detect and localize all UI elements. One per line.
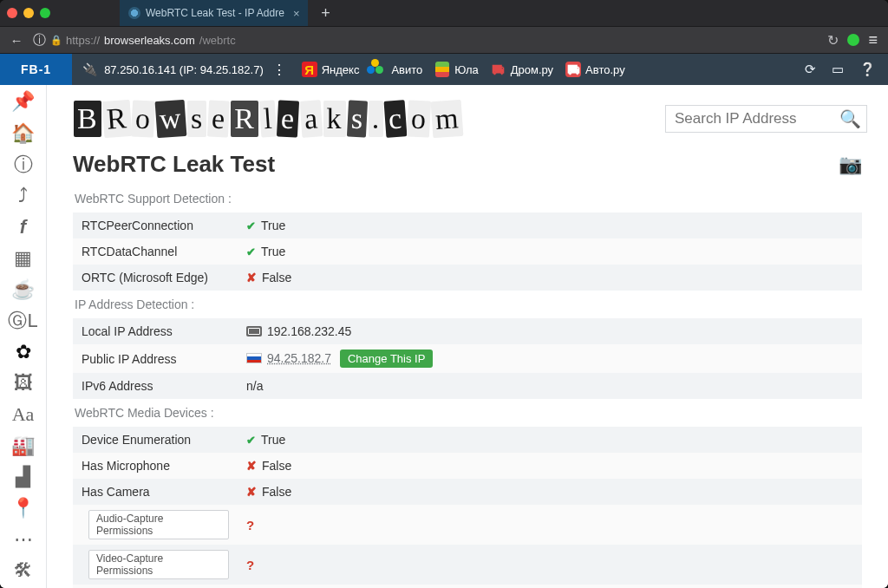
titlebar: WebRTC Leak Test - IP Addre × + (0, 0, 888, 26)
tab-title: WebRTC Leak Test - IP Addre (146, 7, 284, 19)
url-path: /webrtc (199, 34, 236, 47)
check-icon: ✔ (246, 219, 256, 232)
check-icon: ✔ (246, 245, 256, 258)
table-row: Media Devicesn/a (73, 585, 862, 588)
nav-home-icon[interactable]: 🏠 (0, 118, 47, 149)
question-icon: ? (246, 558, 254, 572)
nav-geo-icon[interactable]: 📍 (0, 493, 47, 524)
url-bar: ← ⓘ 🔒 https://browserleaks.com/webrtc ↻ … (0, 26, 888, 54)
search-icon[interactable]: 🔍 (839, 108, 861, 129)
bookmark-label: Яндекс (322, 63, 360, 76)
table-row: IPv6 Addressn/a (73, 373, 862, 399)
new-tab-button[interactable]: + (313, 1, 337, 25)
nav-features-icon[interactable]: 🏭 (0, 430, 47, 461)
menu-button[interactable]: ≡ (868, 31, 878, 49)
table-row: Local IP Address192.168.232.45 (73, 318, 862, 344)
video-perm-label[interactable]: Video-Capture Permissions (88, 550, 229, 579)
help-icon[interactable]: ❔ (859, 62, 876, 77)
extension-toolbar: FB-1 🔌 87.250.16.141 (IP: 94.25.182.7) ⋮… (0, 54, 888, 85)
cross-icon: ✘ (246, 459, 257, 473)
card-icon[interactable]: ▭ (832, 62, 844, 77)
sync-icon[interactable]: ⟳ (805, 62, 816, 77)
table-row: RTCPeerConnection✔True (73, 212, 862, 238)
nav-tools-icon[interactable]: 🛠 (0, 555, 47, 586)
minimize-window-button[interactable] (23, 8, 34, 18)
search-box[interactable]: 🔍 (665, 105, 867, 133)
check-icon: ✔ (246, 434, 256, 447)
audio-perm-label[interactable]: Audio-Capture Permissions (88, 510, 229, 539)
flag-icon-ru (246, 353, 262, 363)
section-title-ip: IP Address Detection : (73, 291, 862, 318)
nav-java-icon[interactable]: ☕ (0, 274, 47, 305)
nav-more-icon[interactable]: ⋯ (0, 524, 47, 555)
lan-icon (246, 326, 262, 336)
public-ip-link[interactable]: 94.25.182.7 (267, 351, 331, 365)
table-row: ORTC (Microsoft Edge)✘False (73, 265, 862, 291)
media-table: Device Enumeration✔True Has Microphone✘F… (73, 427, 862, 588)
nav-ssl-icon[interactable]: ▟ (0, 461, 47, 493)
table-row: Device Enumeration✔True (73, 427, 862, 453)
bookmark-label: Авто.ру (585, 63, 625, 76)
plug-icon: 🔌 (82, 62, 97, 76)
site-sidebar: 📌 🏠 ⓘ ⤴ f ▦ ☕ ⒼL ✿ 🖼 Aa 🏭 ▟ 📍 ⋯ 🛠 (0, 85, 47, 588)
cross-icon: ✘ (246, 485, 257, 499)
tab-close-icon[interactable]: × (293, 7, 300, 20)
bookmark-yandex[interactable]: ЯЯндекс (302, 62, 360, 77)
ip-menu-button[interactable]: ⋮ (272, 62, 286, 78)
bookmark-avito[interactable]: Авито (371, 62, 422, 77)
bookmark-drom[interactable]: ⛟Дром.ру (491, 62, 553, 77)
question-icon: ? (246, 518, 254, 532)
profile-badge[interactable]: FB-1 (0, 54, 72, 85)
search-input[interactable] (675, 110, 839, 127)
bookmark-avto[interactable]: ⛟Авто.ру (565, 62, 625, 77)
site-logo[interactable]: BRowseRleaks.com (73, 101, 464, 137)
nav-fonts-icon[interactable]: Aa (0, 399, 47, 430)
extension-status-icon[interactable] (847, 34, 859, 46)
pin-icon[interactable]: 📌 (11, 88, 35, 118)
table-row: RTCDataChannel✔True (73, 238, 862, 265)
nav-webrtc-icon[interactable]: ✿ (0, 336, 47, 368)
section-title-support: WebRTC Support Detection : (73, 185, 862, 212)
section-title-media: WebRTC Media Devices : (73, 399, 862, 427)
close-window-button[interactable] (7, 8, 17, 18)
bookmark-label: Дром.ру (511, 63, 553, 76)
table-row: Has Camera✘False (73, 479, 862, 505)
table-row: Public IP Address94.25.182.7Change This … (73, 344, 862, 373)
window-controls (7, 8, 50, 18)
tab-favicon (128, 7, 140, 19)
maximize-window-button[interactable] (40, 8, 50, 18)
url-host: browserleaks.com (104, 34, 195, 47)
nav-silverlight-icon[interactable]: ▦ (0, 243, 47, 274)
bookmarks-bar: ЯЯндекс Авито Юла ⛟Дром.ру ⛟Авто.ру (302, 62, 625, 77)
bookmark-label: Юла (454, 63, 478, 76)
reload-button[interactable]: ↻ (827, 32, 839, 49)
nav-js-icon[interactable]: ⤴ (0, 180, 47, 212)
nav-flash-icon[interactable]: f (0, 212, 47, 243)
screenshot-icon[interactable]: 📷 (839, 154, 862, 176)
address-field[interactable]: https://browserleaks.com/webrtc (62, 34, 827, 47)
bookmark-label: Авито (391, 63, 422, 76)
lock-icon: 🔒 (50, 35, 62, 46)
nav-info-icon[interactable]: ⓘ (0, 149, 47, 180)
table-row: Audio-Capture Permissions? (73, 505, 862, 545)
url-protocol: https:// (66, 34, 100, 47)
ip-table: Local IP Address192.168.232.45 Public IP… (73, 318, 862, 399)
change-ip-button[interactable]: Change This IP (340, 350, 433, 368)
site-info-button[interactable]: ⓘ (28, 29, 50, 51)
table-row: Video-Capture Permissions? (73, 545, 862, 585)
page-title: WebRTC Leak Test (73, 151, 275, 178)
table-row: Has Microphone✘False (73, 453, 862, 479)
support-table: RTCPeerConnection✔True RTCDataChannel✔Tr… (73, 212, 862, 291)
cross-icon: ✘ (246, 271, 257, 284)
nav-webgl-icon[interactable]: ⒼL (0, 305, 47, 336)
bookmark-yula[interactable]: Юла (434, 62, 478, 77)
browser-tab[interactable]: WebRTC Leak Test - IP Addre × (120, 0, 308, 26)
ip-info[interactable]: 87.250.16.141 (IP: 94.25.182.7) (104, 63, 264, 76)
nav-canvas-icon[interactable]: 🖼 (0, 368, 47, 399)
back-button[interactable]: ← (5, 29, 28, 51)
